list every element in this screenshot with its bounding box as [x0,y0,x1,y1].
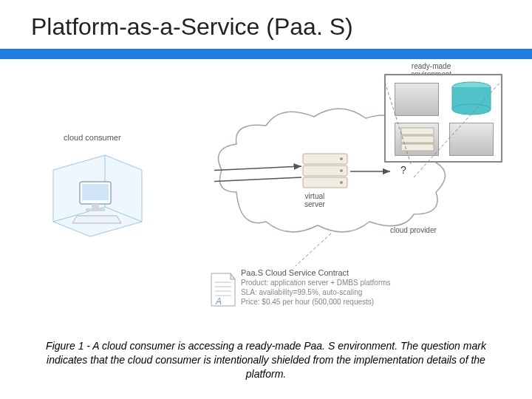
svg-marker-5 [72,216,121,223]
env-component-server [395,123,439,156]
svg-point-10 [340,169,343,172]
svg-point-11 [340,181,343,184]
ready-made-environment-box [384,74,502,163]
label-cloud-provider: cloud provider [390,226,437,234]
contract-document: A Paa.S Cloud Service Contract Product: … [208,267,452,319]
accent-bar [0,49,532,59]
svg-rect-20 [401,144,434,151]
contract-line-price: Price: $0.45 per hour (500,000 requests) [241,297,391,307]
document-icon: A [208,272,238,310]
svg-rect-18 [401,128,434,134]
svg-point-9 [340,157,343,160]
svg-point-17 [452,104,491,115]
svg-text:A: A [215,296,222,307]
env-component-box [395,83,439,116]
figure-caption: Figure 1 - A cloud consumer is accessing… [40,339,492,381]
database-cylinder-icon [449,81,494,115]
label-virtual-server: virtual server [304,192,325,208]
svg-marker-25 [231,273,235,279]
svg-rect-2 [82,184,109,200]
svg-rect-19 [401,136,434,143]
svg-rect-3 [92,204,99,208]
consumer-box [46,148,142,236]
contract-line-product: Product: application server + DMBS platf… [241,278,391,287]
contract-heading: Paa.S Cloud Service Contract [241,267,391,278]
contract-line-sla: SLA: availability=99.5%, auto-scaling [241,287,391,297]
question-mark-icon: ? [400,164,406,176]
label-cloud-consumer: cloud consumer [64,133,121,142]
env-component-box [449,123,494,156]
svg-rect-4 [86,208,105,211]
page-title: Platform-as-a-Service (Paa. S) [31,13,353,41]
